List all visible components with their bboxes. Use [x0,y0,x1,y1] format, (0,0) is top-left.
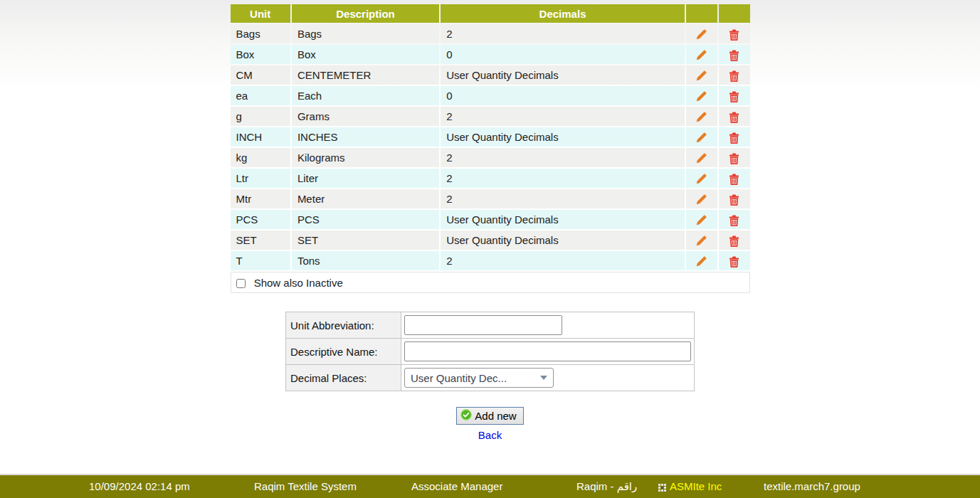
trash-icon [729,171,739,184]
decimals-cell: 2 [441,107,685,126]
trash-icon [729,151,739,163]
decimals-cell: 2 [441,24,685,43]
delete-button[interactable] [719,65,750,85]
unit-entry-form: Unit Abbreviation: Descriptive Name: Dec… [285,312,695,391]
trash-icon [729,27,739,39]
edit-button[interactable] [686,107,717,126]
decimals-cell: 2 [441,148,685,167]
edit-button[interactable] [686,251,717,270]
table-row: Box Box 0 [231,45,750,64]
qr-dots-icon [658,477,666,498]
status-domain: textile.march7.group [764,475,860,498]
edit-button[interactable] [686,169,717,188]
unit-cell: kg [231,148,290,167]
edit-button[interactable] [686,231,717,250]
edit-button[interactable] [686,86,717,105]
unit-cell: Box [231,45,290,64]
delete-button[interactable] [719,189,750,208]
table-row: kg Kilograms 2 [231,148,750,167]
status-company-link[interactable]: ASMIte Inc [670,475,722,498]
table-row: PCS PCS User Quantity Decimals [231,210,750,229]
unit-cell: Bags [231,24,290,43]
decimals-cell: User Quantity Decimals [441,65,685,85]
table-row: SET SET User Quantity Decimals [231,231,750,250]
back-link[interactable]: Back [478,429,502,441]
delete-button[interactable] [719,45,750,64]
edit-button[interactable] [686,210,717,229]
decimals-cell: User Quantity Decimals [441,231,685,250]
pencil-icon [695,233,707,245]
table-row: ea Each 0 [231,86,750,105]
trash-icon [729,48,739,60]
decimal-places-selected-value: User Quantity Dec... [411,372,507,384]
delete-button[interactable] [719,148,750,167]
decimals-cell: User Quantity Decimals [441,210,685,229]
unit-cell: T [231,251,290,270]
unit-cell: g [231,107,290,126]
header-delete-column [719,4,750,23]
trash-icon [729,254,739,266]
units-table-header-row: Unit Description Decimals [231,4,750,23]
delete-button[interactable] [719,127,750,147]
description-cell: Tons [292,251,439,270]
trash-icon [729,233,739,245]
delete-button[interactable] [719,251,750,270]
edit-button[interactable] [686,189,717,208]
header-description: Description [292,4,439,23]
trash-icon [729,89,739,101]
delete-button[interactable] [719,231,750,250]
pencil-icon [695,68,707,80]
header-decimals: Decimals [441,4,685,23]
chevron-down-icon [540,376,547,380]
table-row: Mtr Meter 2 [231,189,750,208]
units-table: Unit Description Decimals Bags Bags 2 Bo… [229,3,752,295]
description-cell: Kilograms [292,148,439,167]
edit-button[interactable] [686,24,717,43]
edit-button[interactable] [686,45,717,64]
description-cell: PCS [292,210,439,229]
description-cell: Meter [292,189,439,208]
status-datetime: 10/09/2024 02:14 pm [89,475,190,498]
trash-icon [729,68,739,80]
pencil-icon [695,130,707,142]
add-new-button[interactable]: Add new [456,407,523,425]
table-row: Ltr Liter 2 [231,169,750,188]
decimals-cell: 2 [441,251,685,270]
description-cell: Each [292,86,439,105]
table-row: g Grams 2 [231,107,750,126]
edit-button[interactable] [686,65,717,85]
edit-button[interactable] [686,127,717,147]
decimals-cell: 2 [441,189,685,208]
header-unit: Unit [231,4,290,23]
table-row: T Tons 2 [231,251,750,270]
decimals-cell: 0 [441,45,685,64]
description-cell: Grams [292,107,439,126]
show-inactive-label: Show also Inactive [254,277,343,289]
header-edit-column [686,4,717,23]
edit-button[interactable] [686,148,717,167]
descriptive-name-field[interactable] [404,341,691,361]
description-cell: INCHES [292,127,439,147]
unit-cell: ea [231,86,290,105]
decimals-cell: 0 [441,86,685,105]
form-row-unit-abbreviation: Unit Abbreviation: [286,312,695,339]
delete-button[interactable] [719,169,750,188]
unit-abbreviation-field[interactable] [404,315,562,335]
pencil-icon [695,48,707,60]
delete-button[interactable] [719,107,750,126]
table-row: CM CENTEMETER User Quantity Decimals [231,65,750,85]
decimal-places-select[interactable]: User Quantity Dec... [404,368,554,388]
unit-cell: Ltr [231,169,290,188]
form-row-descriptive-name: Descriptive Name: [286,339,695,365]
delete-button[interactable] [719,86,750,105]
pencil-icon [695,110,707,122]
pencil-icon [695,171,707,184]
show-inactive-checkbox[interactable] [236,279,246,288]
trash-icon [729,192,739,204]
decimals-cell: User Quantity Decimals [441,127,685,147]
unit-cell: Mtr [231,189,290,208]
trash-icon [729,130,739,142]
description-cell: Liter [292,169,439,188]
delete-button[interactable] [719,24,750,43]
delete-button[interactable] [719,210,750,229]
